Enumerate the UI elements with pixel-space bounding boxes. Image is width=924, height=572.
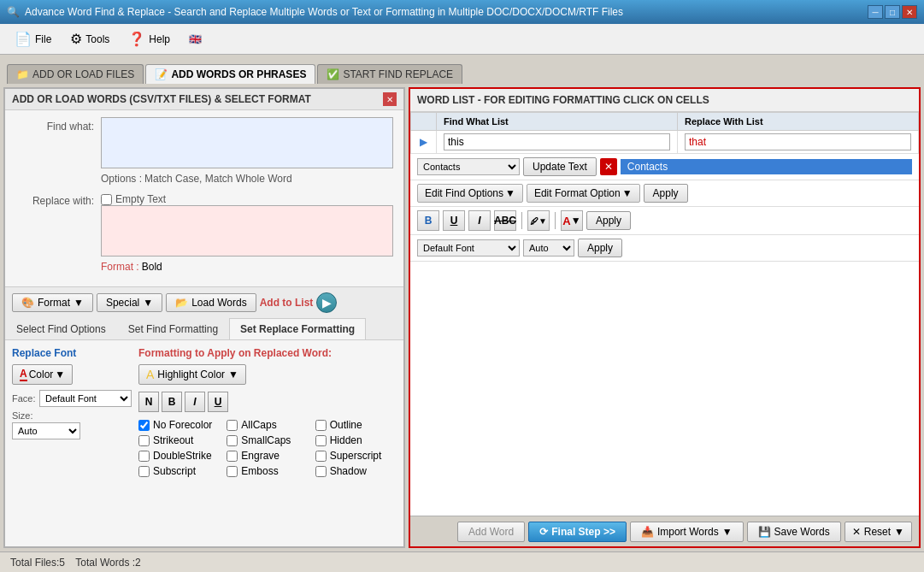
left-panel-close[interactable]: ✕ [383, 92, 397, 106]
sub-tab-set-replace[interactable]: Set Replace Formatting [229, 318, 366, 339]
reset-button[interactable]: ✕ Reset ▼ [845, 522, 912, 542]
maximize-button[interactable]: □ [885, 5, 900, 19]
replace-with-input[interactable] [101, 205, 393, 257]
delete-row-button[interactable]: ✕ [600, 158, 617, 175]
color-dropdown-icon: ▼ [55, 369, 65, 380]
tools-menu[interactable]: ⚙ Tools [62, 27, 117, 50]
tab-add-load-label: ADD OR LOAD FILES [32, 68, 134, 80]
italic-toolbar-button[interactable]: I [468, 210, 491, 231]
tools-icon: ⚙ [70, 31, 82, 47]
add-word-button[interactable]: Add Word [457, 522, 525, 542]
strikeout-checkbox[interactable] [138, 435, 150, 446]
doublestrike-checkbox[interactable] [138, 451, 150, 462]
engrave-checkbox[interactable] [227, 451, 238, 462]
find-cell[interactable] [437, 131, 678, 154]
hidden-item: Hidden [315, 434, 397, 446]
col-arrow [411, 113, 437, 131]
replace-input-area: Empty Text Format : Bold [101, 192, 393, 273]
format-button[interactable]: 🎨 Format ▼ [12, 293, 93, 312]
load-words-button[interactable]: 📂 Load Words [166, 293, 256, 312]
group-select[interactable]: Contacts [417, 158, 520, 175]
bold-toolbar-button[interactable]: B [417, 210, 439, 231]
font-apply-button[interactable]: Apply [578, 239, 622, 257]
tab-add-load-files[interactable]: 📁 ADD OR LOAD FILES [7, 64, 144, 84]
subscript-checkbox[interactable] [138, 466, 150, 477]
import-words-button[interactable]: 📥 Import Words ▼ [630, 522, 744, 542]
save-words-button[interactable]: 💾 Save Words [747, 522, 841, 542]
highlight-color-button[interactable]: A Highlight Color ▼ [138, 364, 246, 385]
tab-add-words[interactable]: 📝 ADD WORDS OR PHRASES [145, 64, 315, 84]
replace-cell[interactable] [678, 131, 919, 154]
edit-find-options-button[interactable]: Edit Find Options ▼ [417, 184, 523, 203]
reset-dropdown: ▼ [894, 526, 904, 538]
size-row-select[interactable]: Auto [523, 239, 574, 257]
left-panel-header: ADD OR LOAD WORDS (CSV/TXT FILES) & SELE… [5, 89, 403, 110]
size-select[interactable]: Auto [12, 422, 80, 439]
tab-start-find[interactable]: ✅ START FIND REPLACE [317, 64, 462, 84]
hidden-checkbox[interactable] [315, 435, 327, 446]
minimize-button[interactable]: ─ [868, 5, 883, 19]
close-button[interactable]: ✕ [902, 5, 917, 19]
apply-button-2[interactable]: Apply [586, 211, 631, 230]
empty-text-checkbox[interactable] [101, 194, 112, 205]
final-step-button[interactable]: ⟳ Final Step >> [528, 522, 627, 542]
sub-tab-select-find[interactable]: Select Find Options [5, 318, 117, 339]
sub-tab-set-find[interactable]: Set Find Formatting [117, 318, 229, 339]
bold-format-button[interactable]: B [162, 392, 182, 412]
load-words-label: Load Words [191, 297, 246, 309]
allcaps-checkbox[interactable] [227, 420, 238, 431]
reset-label: Reset [864, 526, 891, 538]
font-face-select[interactable]: Default Font [39, 390, 132, 407]
special-button[interactable]: Special ▼ [97, 293, 162, 312]
main-content: ADD OR LOAD WORDS (CSV/TXT FILES) & SELE… [0, 84, 924, 551]
status-bar: Total Files:5 Total Words :2 [0, 551, 924, 572]
window-title: Advance Word Find & Replace - Search and… [25, 6, 623, 18]
normal-format-button[interactable]: N [138, 392, 159, 412]
add-to-list-button[interactable]: ▶ [316, 292, 337, 313]
selected-row-replace: Contacts [621, 159, 912, 174]
edit-format-option-button[interactable]: Edit Format Option ▼ [527, 184, 640, 203]
emboss-label: Emboss [241, 465, 278, 477]
subscript-label: Subscript [153, 465, 196, 477]
right-panel-title: WORD LIST - FOR EDITING FORMATTING CLICK… [417, 94, 709, 106]
apply-button-1[interactable]: Apply [644, 184, 688, 203]
no-forecolor-checkbox[interactable] [138, 420, 150, 431]
superscript-checkbox[interactable] [315, 451, 327, 462]
help-menu[interactable]: ❓ Help [121, 27, 178, 50]
font-row-select[interactable]: Default Font [417, 239, 520, 257]
language-menu[interactable]: 🇬🇧 [181, 30, 209, 49]
add-word-label: Add Word [468, 526, 514, 538]
add-to-list-label: Add to List [260, 297, 314, 309]
underline-toolbar-button[interactable]: U [443, 210, 465, 231]
save-words-label: Save Words [774, 526, 830, 538]
file-menu[interactable]: 📄 File [7, 27, 59, 50]
shadow-checkbox[interactable] [315, 466, 327, 477]
edit-options-row: Edit Find Options ▼ Edit Format Option ▼… [410, 180, 919, 207]
replace-word-input[interactable] [685, 133, 911, 150]
font-color-toolbar-button[interactable]: A▼ [561, 210, 583, 231]
title-bar-controls: ─ □ ✕ [868, 5, 917, 19]
highlight-toolbar-button[interactable]: 🖊▼ [527, 210, 550, 231]
color-a-icon: A [20, 368, 27, 381]
update-text-label: Update Text [533, 161, 587, 173]
outline-checkbox[interactable] [315, 420, 327, 431]
toolbar-divider-2 [555, 212, 556, 229]
edit-find-options-label: Edit Find Options [425, 187, 503, 199]
subscript-item: Subscript [138, 465, 220, 477]
formatting-apply-col: Formatting to Apply on Replaced Word: A … [138, 347, 397, 477]
smallcaps-checkbox[interactable] [227, 435, 238, 446]
format-toolbar-row: B U I ABC 🖊▼ A▼ Apply [410, 207, 919, 235]
find-word-input[interactable] [444, 133, 670, 150]
color-button[interactable]: A Color ▼ [12, 364, 73, 385]
format-dropdown-icon: ▼ [74, 297, 84, 309]
strikethrough-toolbar-button[interactable]: ABC [494, 210, 516, 231]
tools-label: Tools [85, 33, 109, 45]
find-what-input[interactable] [101, 117, 393, 168]
sub-tab-set-replace-label: Set Replace Formatting [240, 323, 355, 335]
outline-item: Outline [315, 419, 397, 431]
replace-with-label: Replace with: [15, 192, 101, 207]
update-text-button[interactable]: Update Text [523, 157, 597, 176]
italic-format-button[interactable]: I [185, 392, 205, 412]
emboss-checkbox[interactable] [227, 466, 238, 477]
underline-format-button[interactable]: U [208, 392, 228, 412]
